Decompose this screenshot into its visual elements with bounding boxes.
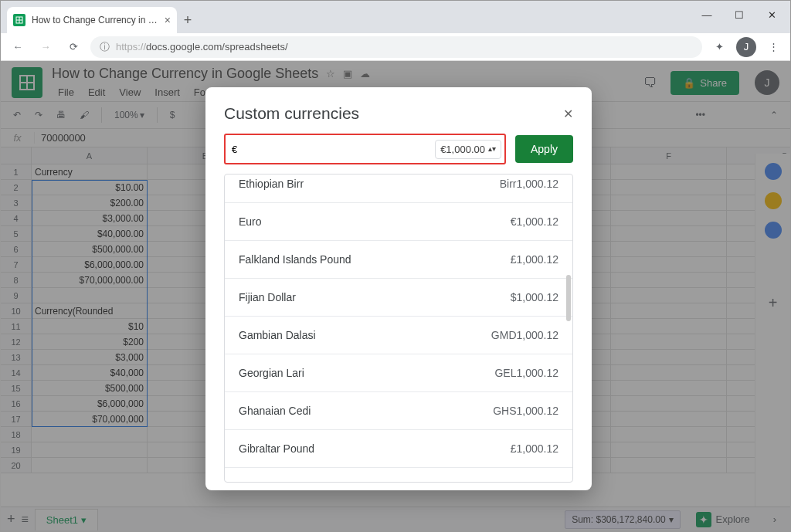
currency-sample: Birr1,000.12 [500, 178, 558, 190]
browser-tab[interactable]: How to Change Currency in Goo × [7, 7, 177, 33]
maximize-button[interactable]: ☐ [724, 4, 755, 25]
reload-button[interactable]: ⟳ [63, 36, 84, 58]
custom-currencies-dialog: Custom currencies ✕ €1,000.00 ▴▾ Apply E… [205, 87, 592, 490]
currency-option[interactable]: Georgian LariGEL1,000.12 [225, 354, 572, 392]
currency-option[interactable]: Falkland Islands Pound£1,000.12 [225, 241, 572, 279]
currency-name: Ethiopian Birr [239, 178, 500, 190]
sheets-favicon [13, 14, 25, 26]
currency-name: Fijian Dollar [239, 291, 511, 303]
currency-sample: £1,000.12 [511, 253, 558, 266]
extensions-icon[interactable]: ✦ [708, 36, 730, 58]
currency-option[interactable]: Euro€1,000.12 [225, 203, 572, 241]
tab-title: How to Change Currency in Goo [32, 15, 158, 25]
currency-name: Falkland Islands Pound [239, 253, 511, 266]
currency-list[interactable]: Ethiopian BirrBirr1,000.12Euro€1,000.12F… [224, 174, 573, 483]
minimize-button[interactable]: — [691, 4, 722, 25]
currency-name: Ghanaian Cedi [239, 405, 493, 417]
url-text: https://docs.google.com/spreadsheets/ [116, 41, 288, 53]
currency-option[interactable]: Ethiopian BirrBirr1,000.12 [225, 175, 572, 203]
stepper-icon: ▴▾ [488, 146, 496, 152]
format-sample-select[interactable]: €1,000.00 ▴▾ [435, 140, 501, 159]
currency-sample: GEL1,000.12 [494, 367, 558, 379]
new-tab-button[interactable]: + [177, 12, 199, 33]
currency-option[interactable]: Ghanaian CediGHS1,000.12 [225, 392, 572, 430]
list-scrollbar-thumb[interactable] [566, 275, 571, 321]
currency-option[interactable]: Fijian Dollar$1,000.12 [225, 279, 572, 317]
window-controls: — ☐ ✕ [691, 4, 787, 25]
currency-search-wrap: €1,000.00 ▴▾ [224, 134, 506, 164]
browser-tab-strip: How to Change Currency in Goo × + [1, 1, 790, 33]
browser-menu-icon[interactable]: ⋮ [762, 36, 784, 58]
close-window-button[interactable]: ✕ [756, 4, 787, 25]
address-bar[interactable]: ⓘ https://docs.google.com/spreadsheets/ [90, 36, 702, 58]
currency-option[interactable]: Gambian DalasiGMD1,000.12 [225, 317, 572, 354]
apply-button[interactable]: Apply [515, 135, 573, 163]
currency-sample: $1,000.12 [511, 291, 558, 303]
currency-name: Georgian Lari [239, 367, 494, 379]
tab-close-icon[interactable]: × [165, 14, 171, 26]
browser-toolbar: ← → ⟳ ⓘ https://docs.google.com/spreadsh… [1, 33, 790, 61]
forward-button[interactable]: → [35, 36, 56, 58]
currency-option[interactable]: Gibraltar Pound£1,000.12 [225, 430, 572, 468]
currency-sample: £1,000.12 [511, 442, 558, 455]
dialog-close-button[interactable]: ✕ [563, 107, 573, 121]
currency-name: Gibraltar Pound [239, 442, 511, 455]
currency-sample: €1,000.12 [511, 215, 558, 228]
currency-name: Gambian Dalasi [239, 329, 491, 341]
currency-sample: GHS1,000.12 [493, 405, 558, 417]
currency-name: Euro [239, 215, 511, 228]
back-button[interactable]: ← [7, 36, 29, 58]
dialog-title: Custom currencies [224, 104, 563, 123]
currency-sample: GMD1,000.12 [491, 329, 558, 341]
currency-search-input[interactable] [232, 144, 435, 155]
site-info-icon[interactable]: ⓘ [100, 40, 110, 54]
browser-profile-avatar[interactable]: J [736, 37, 756, 57]
format-sample-text: €1,000.00 [440, 144, 485, 155]
